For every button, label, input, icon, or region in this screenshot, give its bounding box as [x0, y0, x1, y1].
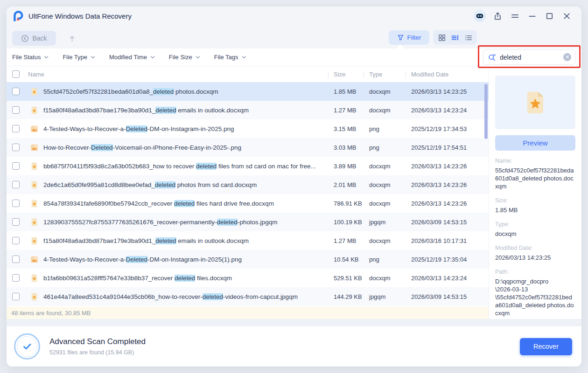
row-checkbox[interactable] — [12, 162, 20, 170]
detail-field-path-: Path:D:\qqpcmgr_docpro \2026-03-13 \55cf… — [495, 269, 575, 317]
table-row[interactable]: 461e44a7a8eed531c4a91044e35cb06b_how-to-… — [7, 287, 489, 306]
filter-dropdown-file-tags[interactable]: File Tags — [214, 54, 246, 61]
detail-panel: Preview Name:55cfd4752c0ef57f32281beda60… — [489, 66, 581, 319]
main-content: Name Size Type Modified Date 55cfd4752c0… — [7, 66, 581, 319]
dropdown-label: File Status — [12, 54, 41, 61]
row-checkbox[interactable] — [12, 88, 20, 95]
file-modified: 2026/03/13 14:23:26 — [411, 200, 489, 207]
file-type: docxqm — [369, 88, 411, 95]
search-match-highlight: deleted — [203, 293, 223, 300]
table-row[interactable]: How-to-Recover-Deleted-Voicemail-on-iPho… — [7, 138, 489, 157]
file-size: 144.29 KB — [334, 293, 369, 300]
app-logo-icon — [12, 10, 24, 22]
clear-search-icon[interactable]: ✕ — [563, 53, 571, 61]
doc-star-file-icon — [30, 292, 39, 301]
doc-star-file-icon — [30, 236, 39, 245]
svg-text:AI: AI — [493, 54, 496, 56]
menu-icon[interactable] — [509, 10, 520, 21]
column-header-type[interactable]: Type — [369, 71, 411, 78]
assistant-bot-icon[interactable] — [474, 10, 486, 22]
recover-button[interactable]: Recover — [520, 338, 572, 355]
table-row[interactable]: 854a78f39341fafe6890f0be57942ccb_recover… — [7, 194, 489, 213]
select-all-checkbox[interactable] — [12, 70, 20, 78]
file-icon — [30, 236, 39, 245]
file-modified: 2025/12/19 17:54:51 — [411, 144, 489, 151]
dropdown-label: File Size — [169, 54, 192, 61]
preview-thumbnail — [495, 76, 575, 129]
table-row[interactable]: f15a80f48a6ad3bd87bae179e3ba90d1_deleted… — [7, 101, 489, 119]
preview-button[interactable]: Preview — [495, 135, 575, 151]
file-name: 461e44a7a8eed531c4a91044e35cb06b_how-to-… — [43, 293, 334, 300]
table-row[interactable]: f15a80f48a6ad3bd87bae179e3ba90d1_deleted… — [7, 231, 489, 250]
search-match-highlight: Deleted — [126, 256, 148, 263]
field-label: Path: — [495, 269, 575, 275]
search-input[interactable] — [500, 54, 563, 61]
file-type: docxqm — [369, 237, 411, 244]
file-name: 1283903755527fc87553777635261676_recover… — [43, 219, 334, 226]
field-value: D:\qqpcmgr_docpro \2026-03-13 \55cfd4752… — [495, 277, 575, 317]
filter-button[interactable]: Filter — [389, 30, 429, 45]
file-icon — [30, 162, 39, 171]
minimize-button[interactable] — [526, 10, 538, 21]
dropdown-label: Modified Time — [109, 54, 147, 61]
search-match-highlight: deleted — [153, 88, 174, 95]
grid-view-icon[interactable] — [437, 33, 447, 42]
file-name: 4-Tested-Ways-to-Recover-a-Deleted-DM-on… — [43, 256, 334, 263]
up-level-icon[interactable] — [66, 33, 77, 44]
file-name: 4-Tested-Ways-to-Recover-a-Deleted-DM-on… — [43, 125, 334, 132]
list-view-icon[interactable] — [464, 33, 473, 42]
file-type: docxqm — [369, 181, 411, 188]
file-size: 529.51 KB — [334, 275, 369, 282]
file-icon — [30, 143, 39, 152]
filter-dropdown-file-status[interactable]: File Status — [12, 54, 49, 61]
filter-dropdown-modified-time[interactable]: Modified Time — [109, 54, 155, 61]
file-type: jpgqm — [369, 219, 411, 226]
list-detail-view-icon[interactable] — [450, 33, 460, 42]
column-header-name[interactable]: Name — [28, 71, 334, 78]
filter-dropdown-file-type[interactable]: File Type — [63, 54, 95, 61]
file-size: 2.01 MB — [334, 181, 369, 188]
filter-dropdown-file-size[interactable]: File Size — [169, 54, 200, 61]
row-checkbox[interactable] — [12, 181, 20, 188]
close-button[interactable] — [561, 10, 572, 21]
doc-star-file-icon — [30, 274, 39, 283]
row-checkbox[interactable] — [12, 274, 20, 282]
file-type: docxqm — [369, 275, 411, 282]
row-checkbox[interactable] — [12, 237, 20, 244]
table-row[interactable]: 1283903755527fc87553777635261676_recover… — [7, 213, 489, 231]
filter-funnel-icon — [397, 34, 404, 41]
row-checkbox[interactable] — [12, 293, 20, 300]
file-size: 1.27 MB — [334, 107, 369, 114]
search-match-highlight: Deleted — [126, 125, 148, 132]
row-checkbox[interactable] — [12, 106, 20, 114]
file-icon — [30, 199, 39, 208]
dropdown-label: File Tags — [214, 54, 238, 61]
file-name: b1fa6bb09631a528fff57647e33b8b37_recover… — [43, 275, 334, 282]
search-match-highlight: Deleted — [91, 144, 113, 151]
row-checkbox[interactable] — [12, 200, 20, 207]
table-row[interactable]: 4-Tested-Ways-to-Recover-a-Deleted-DM-on… — [7, 250, 489, 269]
row-checkbox[interactable] — [12, 144, 20, 151]
maximize-button[interactable] — [544, 10, 555, 21]
row-checkbox[interactable] — [12, 256, 20, 263]
vertical-scrollbar[interactable] — [484, 84, 488, 139]
titlebar: UltFone Windows Data Recovery — [7, 7, 581, 25]
table-row[interactable]: 2de6c1a65d0fe995a81cd8d8bee0efad_deleted… — [7, 175, 489, 194]
back-button[interactable]: Back — [12, 31, 56, 46]
share-export-icon[interactable] — [492, 10, 503, 21]
field-value: docxqm — [495, 230, 575, 238]
row-checkbox[interactable] — [12, 218, 20, 226]
detail-field-modified-date-: Modified Date:2026/03/13 14:23:25 — [495, 245, 575, 262]
row-checkbox[interactable] — [12, 125, 20, 132]
filter-dropdowns: File Status File Type Modified Time File… — [12, 54, 246, 61]
table-header: Name Size Type Modified Date — [7, 66, 489, 82]
table-row[interactable]: bb6875f70411f5f93d8c2a63b052b683_how to … — [7, 157, 489, 175]
table-row[interactable]: 55cfd4752c0ef57f32281beda601d0a8_deleted… — [7, 82, 489, 101]
view-switcher — [433, 30, 477, 45]
image-file-icon — [30, 124, 39, 133]
table-row[interactable]: b1fa6bb09631a528fff57647e33b8b37_recover… — [7, 269, 489, 287]
column-header-modified[interactable]: Modified Date — [411, 71, 489, 78]
results-status-bar: 48 items are found, 30.85 MB — [7, 307, 489, 319]
table-row[interactable]: 4-Tested-Ways-to-Recover-a-Deleted-DM-on… — [7, 119, 489, 138]
file-name: 854a78f39341fafe6890f0be57942ccb_recover… — [43, 200, 334, 207]
